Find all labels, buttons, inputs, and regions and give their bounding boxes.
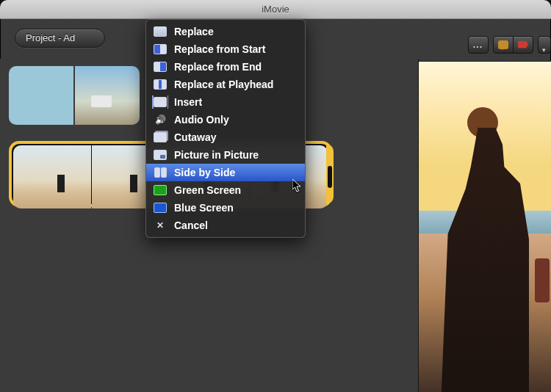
menu-item-label: Audio Only xyxy=(174,114,229,126)
replace-icon xyxy=(154,26,167,37)
mouse-cursor xyxy=(292,179,304,195)
menu-item-label: Cancel xyxy=(174,219,208,231)
clip-thumbnail[interactable] xyxy=(9,66,73,125)
menu-item-side-by-side[interactable]: Side by Side xyxy=(146,164,305,181)
menu-item-cutaway[interactable]: Cutaway xyxy=(146,128,305,146)
insert-icon xyxy=(154,97,167,107)
menu-item-label: Insert xyxy=(174,96,202,108)
project-tab[interactable]: Project - Ad xyxy=(15,29,105,48)
replace-playhead-icon xyxy=(154,79,167,90)
menu-item-insert[interactable]: Insert xyxy=(146,93,305,111)
drop-context-menu: Replace Replace from Start Replace from … xyxy=(145,19,306,238)
viewer-options-button[interactable] xyxy=(538,36,551,54)
menu-item-label: Replace from End xyxy=(174,61,262,73)
app-title: iMovie xyxy=(262,4,289,15)
menu-item-label: Green Screen xyxy=(174,184,241,196)
menu-item-label: Side by Side xyxy=(174,167,235,178)
clip-trim-handle-notch xyxy=(328,166,332,188)
annotation-group xyxy=(493,36,533,54)
menu-item-label: Picture in Picture xyxy=(174,149,259,161)
audio-icon xyxy=(154,115,167,125)
menu-item-blue-screen[interactable]: Blue Screen xyxy=(146,199,305,217)
menu-item-replace-at-playhead[interactable]: Replace at Playhead xyxy=(146,76,305,93)
project-tab-label: Project - Ad xyxy=(26,32,75,43)
markers-button[interactable] xyxy=(468,36,489,54)
green-screen-icon xyxy=(154,185,167,195)
menu-item-label: Replace from Start xyxy=(174,43,265,55)
markers-icon xyxy=(473,38,483,51)
menu-item-replace-from-end[interactable]: Replace from End xyxy=(146,58,305,76)
cancel-icon xyxy=(154,220,167,231)
replace-start-icon xyxy=(154,44,167,54)
menu-item-replace[interactable]: Replace xyxy=(146,23,305,40)
blue-screen-icon xyxy=(154,203,167,213)
comments-button[interactable] xyxy=(493,36,514,54)
pip-icon xyxy=(154,150,167,160)
keywords-button[interactable] xyxy=(513,36,533,54)
menu-item-label: Blue Screen xyxy=(174,202,234,214)
menu-item-label: Cutaway xyxy=(174,131,217,143)
window-titlebar: iMovie xyxy=(0,0,551,19)
app-window: iMovie Project - Ad xyxy=(0,0,551,392)
menu-item-label: Replace xyxy=(174,26,214,37)
clip-thumbnail[interactable] xyxy=(75,66,140,125)
cutaway-icon xyxy=(154,132,167,142)
viewer-toolbar xyxy=(389,28,551,62)
chevron-down-icon xyxy=(542,42,548,48)
menu-item-audio-only[interactable]: Audio Only xyxy=(146,111,305,128)
preview-viewer xyxy=(419,62,551,392)
timeline-clip-row-1[interactable] xyxy=(9,66,141,132)
clip-thumbnail[interactable] xyxy=(13,145,91,208)
side-by-side-icon xyxy=(154,167,167,178)
menu-item-cancel[interactable]: Cancel xyxy=(146,217,305,234)
replace-end-icon xyxy=(154,62,167,72)
menu-item-picture-in-picture[interactable]: Picture in Picture xyxy=(146,146,305,164)
menu-item-green-screen[interactable]: Green Screen xyxy=(146,181,305,199)
comment-icon xyxy=(498,40,508,49)
tag-icon xyxy=(518,41,528,48)
menu-item-replace-from-start[interactable]: Replace from Start xyxy=(146,40,305,58)
menu-item-label: Replace at Playhead xyxy=(174,79,273,90)
